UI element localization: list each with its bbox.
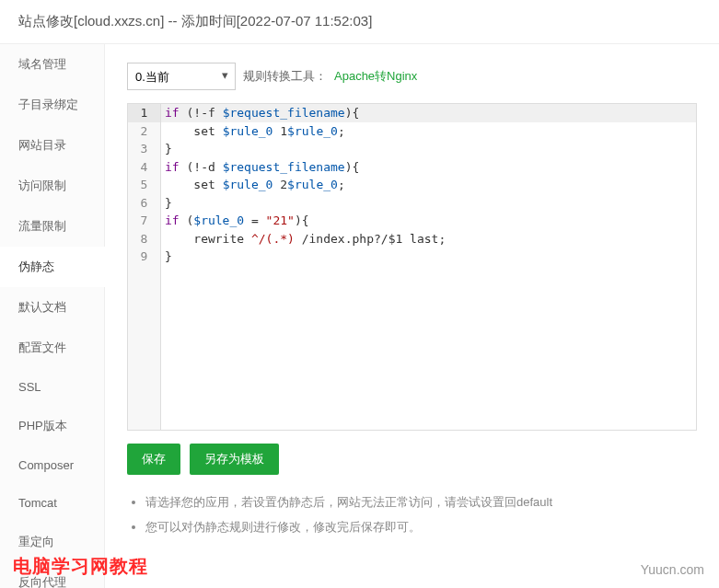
toolbar: 0.当前 规则转换工具： Apache转Nginx bbox=[127, 63, 697, 90]
code-line[interactable]: set $rule_0 2$rule_0; bbox=[161, 176, 696, 194]
sidebar-item[interactable]: PHP版本 bbox=[0, 406, 104, 446]
gutter-line: 1 bbox=[128, 104, 160, 122]
code-line[interactable]: } bbox=[161, 194, 696, 213]
tip-item: 您可以对伪静态规则进行修改，修改完后保存即可。 bbox=[145, 518, 697, 537]
save-as-template-button[interactable]: 另存为模板 bbox=[190, 444, 279, 475]
modal-title: 站点修改[cloud.xxzs.cn] -- 添加时间[2022-07-07 1… bbox=[18, 13, 372, 29]
sidebar-item[interactable]: Composer bbox=[0, 446, 104, 484]
gutter-line: 6 bbox=[128, 194, 160, 213]
sidebar-item[interactable]: 流量限制 bbox=[0, 206, 104, 247]
template-select-wrap: 0.当前 bbox=[127, 63, 236, 90]
gutter-line: 9 bbox=[128, 248, 160, 266]
sidebar-item[interactable]: SSL bbox=[0, 368, 104, 406]
template-select[interactable]: 0.当前 bbox=[127, 63, 236, 90]
code-line[interactable]: if (!-d $request_filename){ bbox=[161, 158, 696, 177]
sidebar-item[interactable]: 伪静态 bbox=[0, 247, 104, 287]
modal-header: 站点修改[cloud.xxzs.cn] -- 添加时间[2022-07-07 1… bbox=[0, 0, 719, 44]
code-line[interactable]: set $rule_0 1$rule_0; bbox=[161, 122, 696, 141]
gutter-line: 7 bbox=[128, 212, 160, 230]
convert-label: 规则转换工具： bbox=[243, 68, 327, 85]
sidebar-item[interactable]: 访问限制 bbox=[0, 166, 104, 206]
button-row: 保存 另存为模板 bbox=[127, 444, 697, 475]
gutter-line: 2 bbox=[128, 122, 160, 141]
gutter-line: 8 bbox=[128, 230, 160, 248]
code-line[interactable]: if (!-f $request_filename){ bbox=[161, 104, 696, 122]
code-editor[interactable]: 123456789 if (!-f $request_filename){ se… bbox=[127, 103, 697, 431]
sidebar-item[interactable]: 网站目录 bbox=[0, 125, 104, 166]
convert-link[interactable]: Apache转Nginx bbox=[334, 68, 417, 85]
sidebar-item[interactable]: Tomcat bbox=[0, 484, 104, 522]
code-line[interactable]: } bbox=[161, 140, 696, 158]
modal-body: 域名管理子目录绑定网站目录访问限制流量限制伪静态默认文档配置文件SSLPHP版本… bbox=[0, 44, 719, 588]
watermark-right: Yuucn.com bbox=[641, 562, 704, 577]
watermark-left: 电脑学习网教程 bbox=[13, 554, 148, 579]
tips-list: 请选择您的应用，若设置伪静态后，网站无法正常访问，请尝试设置回default您可… bbox=[127, 493, 697, 537]
gutter-line: 3 bbox=[128, 140, 160, 158]
sidebar-item[interactable]: 域名管理 bbox=[0, 44, 104, 85]
editor-gutter: 123456789 bbox=[128, 104, 161, 430]
sidebar-item[interactable]: 子目录绑定 bbox=[0, 85, 104, 125]
tips: 请选择您的应用，若设置伪静态后，网站无法正常访问，请尝试设置回default您可… bbox=[127, 493, 697, 537]
sidebar-item[interactable]: 配置文件 bbox=[0, 328, 104, 368]
code-line[interactable]: rewrite ^/(.*) /index.php?/$1 last; bbox=[161, 230, 696, 248]
gutter-line: 5 bbox=[128, 176, 160, 194]
editor-code[interactable]: if (!-f $request_filename){ set $rule_0 … bbox=[161, 104, 696, 430]
code-line[interactable]: } bbox=[161, 248, 696, 266]
tip-item: 请选择您的应用，若设置伪静态后，网站无法正常访问，请尝试设置回default bbox=[145, 493, 697, 513]
sidebar: 域名管理子目录绑定网站目录访问限制流量限制伪静态默认文档配置文件SSLPHP版本… bbox=[0, 44, 105, 588]
gutter-line: 4 bbox=[128, 158, 160, 177]
code-line[interactable]: if ($rule_0 = "21"){ bbox=[161, 212, 696, 230]
save-button[interactable]: 保存 bbox=[127, 444, 180, 475]
sidebar-item[interactable]: 默认文档 bbox=[0, 287, 104, 328]
main-panel: 0.当前 规则转换工具： Apache转Nginx 123456789 if (… bbox=[105, 44, 719, 588]
